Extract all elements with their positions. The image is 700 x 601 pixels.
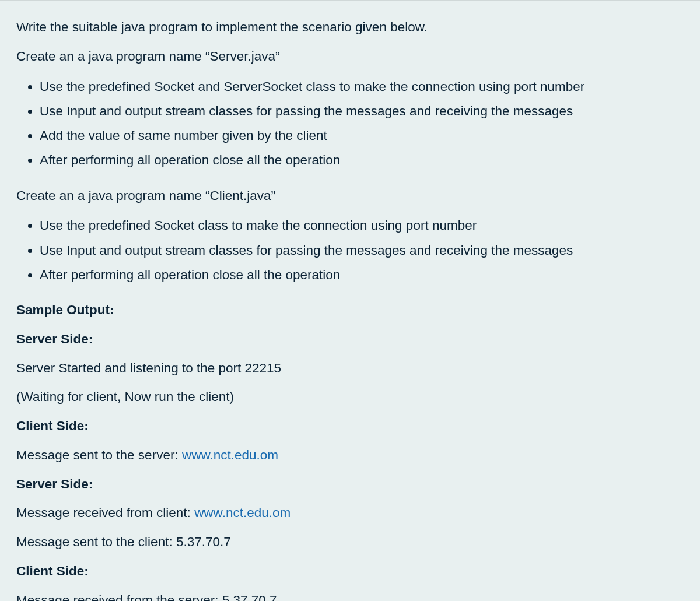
server-create-text: Create an a java program name “Server.ja… bbox=[16, 47, 684, 66]
list-item: Add the value of same number given by th… bbox=[40, 125, 684, 147]
client-msg-sent-prefix: Message sent to the server: bbox=[16, 448, 182, 462]
list-item: Use the predefined Socket class to make … bbox=[40, 215, 684, 237]
server-msg-received-prefix: Message received from client: bbox=[16, 505, 194, 520]
server-side-heading-2: Server Side: bbox=[16, 475, 684, 494]
server-side-heading-1: Server Side: bbox=[16, 329, 684, 349]
server-bullet-list: Use the predefined Socket and ServerSock… bbox=[16, 76, 684, 172]
list-item: After performing all operation close all… bbox=[40, 264, 684, 286]
server-started-text: Server Started and listening to the port… bbox=[16, 359, 684, 378]
client-msg-sent: Message sent to the server: www.nct.edu.… bbox=[16, 445, 684, 465]
list-item: After performing all operation close all… bbox=[40, 149, 684, 171]
client-bullet-list: Use the predefined Socket class to make … bbox=[16, 215, 684, 286]
list-item: Use the predefined Socket and ServerSock… bbox=[40, 76, 684, 98]
list-item: Use Input and output stream classes for … bbox=[40, 100, 684, 122]
client-side-heading-2: Client Side: bbox=[16, 561, 684, 581]
client-create-text: Create an a java program name “Client.ja… bbox=[16, 186, 684, 206]
list-item: Use Input and output stream classes for … bbox=[40, 240, 684, 262]
intro-text: Write the suitable java program to imple… bbox=[16, 17, 684, 37]
sample-output-heading: Sample Output: bbox=[16, 300, 684, 320]
link-nct-2[interactable]: www.nct.edu.om bbox=[194, 505, 290, 520]
client-msg-received: Message received from the server: 5.37.7… bbox=[16, 591, 684, 602]
link-nct-1[interactable]: www.nct.edu.om bbox=[182, 448, 278, 462]
client-side-heading-1: Client Side: bbox=[16, 416, 684, 436]
server-msg-sent: Message sent to the client: 5.37.70.7 bbox=[16, 532, 684, 552]
server-msg-received: Message received from client: www.nct.ed… bbox=[16, 503, 684, 523]
waiting-text: (Waiting for client, Now run the client) bbox=[16, 387, 684, 407]
